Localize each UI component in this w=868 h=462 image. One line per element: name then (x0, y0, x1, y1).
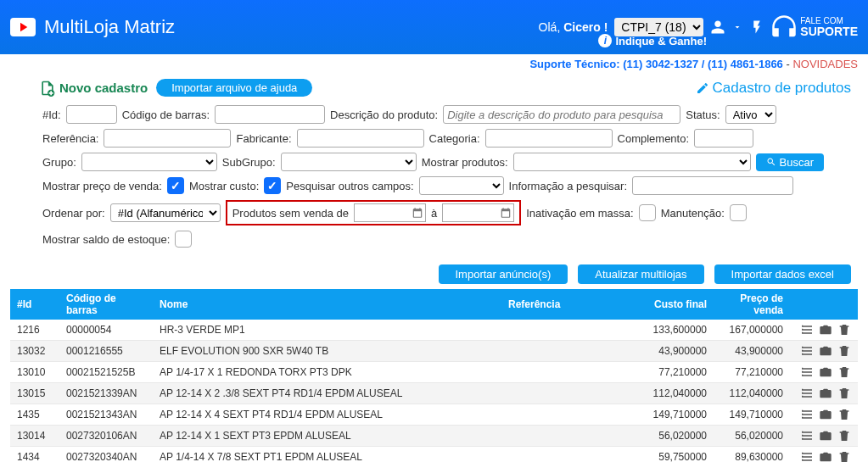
novo-cadastro-button[interactable]: Novo cadastro (39, 80, 148, 97)
subgrupo-select[interactable] (281, 153, 417, 171)
col-id[interactable]: #Id (10, 289, 59, 320)
info-pesquisar-input[interactable] (632, 176, 793, 195)
calendar-icon (500, 207, 512, 219)
cell-codigo: 0027320106AN (59, 426, 153, 447)
outros-campos-label: Pesquisar outros campos: (286, 180, 413, 192)
atualizar-button[interactable]: Atualizar multilojas (578, 264, 703, 284)
manutencao-checkbox[interactable] (730, 204, 747, 221)
fabricante-label: Fabricante: (236, 132, 291, 145)
codigo-input[interactable] (215, 105, 325, 124)
table-row[interactable]: 1216 00000054 HR-3 VERDE MP1 133,600000 … (10, 320, 858, 341)
details-icon[interactable] (800, 344, 814, 358)
inativacao-label: Inativação em massa: (526, 207, 633, 220)
cell-nome: HR-3 VERDE MP1 (153, 320, 501, 341)
user-icon[interactable] (710, 19, 725, 35)
custo-checkbox[interactable] (264, 177, 281, 194)
camera-icon[interactable] (819, 365, 832, 379)
bolt-icon[interactable] (749, 19, 764, 35)
cell-codigo: 0021521339AN (59, 383, 153, 404)
cell-preco: 56,020000 (714, 426, 790, 447)
headset-icon (771, 14, 797, 40)
info-icon: i (598, 34, 612, 47)
camera-icon[interactable] (819, 408, 832, 421)
codigo-label: Código de barras: (122, 109, 210, 121)
saldo-checkbox[interactable] (175, 231, 192, 248)
table-row[interactable]: 13014 0027320106AN AP 12-14 X 1 SEXT PT3… (10, 426, 858, 447)
indique-link[interactable]: i Indique & Ganhe! (598, 34, 707, 47)
cell-ref (501, 320, 637, 341)
trash-icon[interactable] (837, 429, 851, 443)
complemento-input[interactable] (694, 129, 753, 148)
camera-icon[interactable] (819, 387, 832, 400)
date-to-input[interactable] (442, 203, 514, 222)
details-icon[interactable] (800, 323, 814, 337)
subgrupo-label: SubGrupo: (222, 156, 276, 169)
table-row[interactable]: 1434 0027320340AN AP 1/4-14 X 7/8 SEXT P… (10, 447, 858, 463)
col-ref[interactable]: Referência (501, 289, 637, 320)
grupo-label: Grupo: (42, 156, 76, 169)
details-icon[interactable] (800, 450, 814, 462)
camera-icon[interactable] (819, 344, 832, 358)
saldo-label: Mostrar saldo de estoque: (42, 233, 170, 246)
cell-custo: 133,600000 (637, 320, 714, 341)
importar-ajuda-button[interactable]: Importar arquivo de ajuda (156, 79, 312, 97)
grupo-select[interactable] (81, 153, 217, 171)
cell-preco: 77,210000 (714, 362, 790, 383)
trash-icon[interactable] (837, 344, 851, 358)
importar-excel-button[interactable]: Importar dados excel (714, 264, 851, 284)
table-row[interactable]: 13015 0021521339AN AP 12-14 X 2 .3/8 SEX… (10, 383, 858, 404)
novidades-link[interactable]: NOVIDADES (792, 58, 858, 70)
trash-icon[interactable] (837, 450, 851, 462)
cell-id: 1434 (10, 447, 59, 463)
trash-icon[interactable] (837, 387, 851, 400)
trash-icon[interactable] (837, 365, 851, 379)
info-pesquisar-label: Informação a pesquisar: (509, 180, 627, 192)
cell-codigo: 0001216555 (59, 341, 153, 362)
cell-custo: 59,750000 (637, 447, 714, 463)
referencia-input[interactable] (104, 129, 231, 148)
chevron-down-icon[interactable] (732, 19, 742, 35)
cadastro-produtos-link[interactable]: Cadastro de produtos (696, 80, 852, 97)
cell-preco: 89,630000 (714, 447, 790, 463)
table-row[interactable]: 13032 0001216555 ELF EVOLUTION 900 SXR 5… (10, 341, 858, 362)
complemento-label: Complemento: (618, 132, 690, 145)
details-icon[interactable] (800, 387, 814, 400)
id-input[interactable] (66, 105, 117, 124)
trash-icon[interactable] (837, 323, 851, 337)
date-from-input[interactable] (354, 203, 426, 222)
fabricante-input[interactable] (297, 129, 424, 148)
col-codigo[interactable]: Código de barras (59, 289, 153, 320)
mostrar-produtos-select[interactable] (513, 153, 751, 171)
details-icon[interactable] (800, 429, 814, 443)
cell-nome: AP 1/4-17 X 1 REDONDA TORX PT3 DPK (153, 362, 501, 383)
cell-custo: 43,900000 (637, 341, 714, 362)
status-label: Status: (686, 109, 720, 121)
trash-icon[interactable] (837, 408, 851, 421)
table-row[interactable]: 1435 0021521343AN AP 12-14 X 4 SEXT PT4 … (10, 404, 858, 426)
details-icon[interactable] (800, 365, 814, 379)
ordenar-select[interactable]: #Id (Alfanumérico) (110, 203, 221, 222)
app-title: MultiLoja Matriz (44, 16, 175, 38)
calendar-icon (412, 207, 423, 219)
col-custo[interactable]: Custo final (637, 289, 714, 320)
col-preco[interactable]: Preço de venda (714, 289, 790, 320)
descricao-input[interactable] (443, 105, 680, 124)
camera-icon[interactable] (819, 323, 832, 337)
products-table: #Id Código de barras Nome Referência Cus… (10, 289, 858, 462)
cell-ref (501, 383, 637, 404)
table-row[interactable]: 13010 00021521525B AP 1/4-17 X 1 REDONDA… (10, 362, 858, 383)
inativacao-checkbox[interactable] (639, 204, 656, 221)
categoria-input[interactable] (485, 129, 613, 148)
camera-icon[interactable] (819, 450, 832, 462)
camera-icon[interactable] (819, 429, 832, 443)
importar-anuncios-button[interactable]: Importar anúncio(s) (439, 264, 568, 284)
details-icon[interactable] (800, 408, 814, 421)
col-nome[interactable]: Nome (153, 289, 501, 320)
status-select[interactable]: Ativo (725, 105, 776, 124)
cell-codigo: 0021521343AN (59, 404, 153, 426)
outros-campos-select[interactable] (419, 176, 504, 195)
buscar-button[interactable]: Buscar (756, 153, 824, 171)
support-link[interactable]: FALE COM SUPORTE (771, 14, 858, 40)
preco-venda-checkbox[interactable] (167, 177, 184, 194)
cell-ref (501, 341, 637, 362)
